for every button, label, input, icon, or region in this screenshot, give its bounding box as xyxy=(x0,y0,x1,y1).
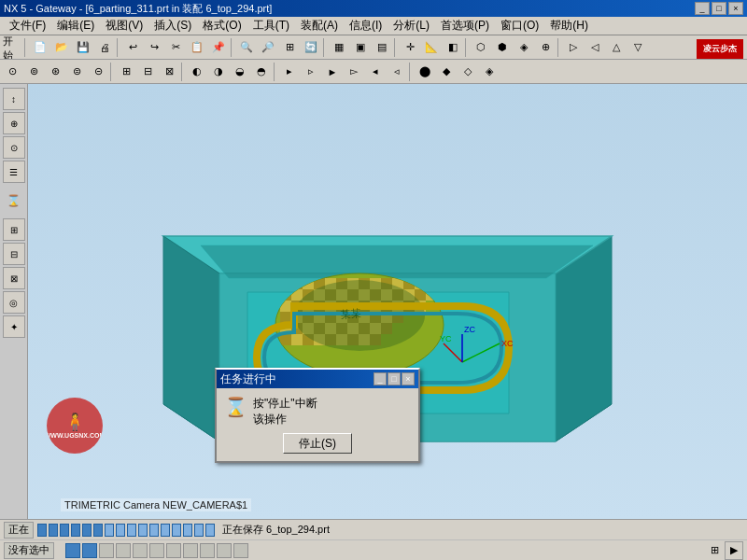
separator-6 xyxy=(465,38,469,57)
minimize-button[interactable]: _ xyxy=(695,2,710,15)
layer-button[interactable]: ◧ xyxy=(443,37,463,58)
menu-format[interactable]: 格式(O) xyxy=(197,17,247,35)
redo-button[interactable]: ↪ xyxy=(144,37,164,58)
menu-insert[interactable]: 插入(S) xyxy=(148,17,197,35)
hidden-line-button[interactable]: ▤ xyxy=(372,37,392,58)
menu-tools[interactable]: 工具(T) xyxy=(247,17,295,35)
extra-btn4[interactable]: ⊕ xyxy=(535,37,556,58)
prog-block-10 xyxy=(138,524,148,537)
tb2-btn6[interactable]: ⊞ xyxy=(116,62,136,82)
menu-info[interactable]: 信息(I) xyxy=(344,17,388,35)
extra-btn8[interactable]: ▽ xyxy=(627,37,648,58)
menu-analysis[interactable]: 分析(L) xyxy=(388,17,435,35)
tb2-btn1[interactable]: ⊙ xyxy=(2,62,22,82)
tb2-btn2[interactable]: ⊚ xyxy=(23,62,44,82)
prog-block-8 xyxy=(116,524,125,537)
zoom-in-button[interactable]: 🔍 xyxy=(236,37,257,58)
menu-file[interactable]: 文件(F) xyxy=(4,17,51,35)
measure-button[interactable]: 📐 xyxy=(421,37,442,58)
wireframe-button[interactable]: ▦ xyxy=(329,37,349,58)
prog-block-3 xyxy=(60,524,69,537)
rotate-button[interactable]: 🔄 xyxy=(301,37,321,58)
new-button[interactable]: 📄 xyxy=(30,37,50,58)
tb2-btn8[interactable]: ⊠ xyxy=(159,62,179,82)
tb2-btn13[interactable]: ▸ xyxy=(279,62,300,82)
menu-edit[interactable]: 编辑(E) xyxy=(51,17,100,35)
paste-button[interactable]: 📌 xyxy=(208,37,229,58)
close-button[interactable]: × xyxy=(728,2,743,15)
prog-block-6 xyxy=(93,524,103,537)
open-button[interactable]: 📂 xyxy=(51,37,72,58)
menu-help[interactable]: 帮助(H) xyxy=(544,17,594,35)
extra-btn1[interactable]: ⬡ xyxy=(471,37,491,58)
sidebar-btn2[interactable]: ⊕ xyxy=(3,112,25,134)
stop-button[interactable]: 停止(S) xyxy=(283,433,352,454)
dialog-restore-button[interactable]: □ xyxy=(388,372,401,385)
tb2-btn16[interactable]: ▻ xyxy=(344,62,364,82)
menu-assembly[interactable]: 装配(A) xyxy=(295,17,344,35)
tb2-btn4[interactable]: ⊜ xyxy=(66,62,87,82)
menu-view[interactable]: 视图(V) xyxy=(100,17,148,35)
separator-2 xyxy=(117,38,120,57)
dialog-close-button[interactable]: × xyxy=(402,372,415,385)
undo-button[interactable]: ↩ xyxy=(122,37,143,58)
dialog-title-bar[interactable]: 任务进行中 _ □ × xyxy=(217,370,418,388)
start-button[interactable]: ▶ 开始 ▼ xyxy=(2,37,22,58)
tb2-btn11[interactable]: ◒ xyxy=(230,62,250,82)
copy-button[interactable]: 📋 xyxy=(187,37,207,58)
tb2-btn7[interactable]: ⊟ xyxy=(137,62,158,82)
tb2-btn19[interactable]: ⬤ xyxy=(415,62,435,82)
indicator-1 xyxy=(65,543,80,558)
tb2-btn17[interactable]: ◂ xyxy=(365,62,386,82)
print-button[interactable]: 🖨 xyxy=(94,37,115,58)
sidebar-btn7[interactable]: ⊠ xyxy=(3,267,25,289)
dialog-minimize-button[interactable]: _ xyxy=(374,372,387,385)
sidebar-btn3[interactable]: ⊙ xyxy=(3,136,25,159)
extra-btn6[interactable]: ◁ xyxy=(585,37,605,58)
indicator-8 xyxy=(183,543,198,558)
viewport[interactable]: XC YC ZC 某某 任务进行中 _ □ × ⌛ xyxy=(28,84,747,519)
tb2-btn10[interactable]: ◑ xyxy=(208,62,229,82)
watermark-person-icon: 🧍 xyxy=(64,413,85,430)
extra-btn5[interactable]: ▷ xyxy=(563,37,584,58)
extra-btn7[interactable]: △ xyxy=(606,37,627,58)
sidebar-btn8[interactable]: ◎ xyxy=(3,291,25,314)
separator-3 xyxy=(231,38,234,57)
extra-btn3[interactable]: ◈ xyxy=(514,37,534,58)
tb2-sep4 xyxy=(409,63,413,81)
restore-button[interactable]: □ xyxy=(712,2,726,15)
sidebar-btn6[interactable]: ⊟ xyxy=(3,243,25,265)
indicator-7 xyxy=(166,543,181,558)
tb2-btn21[interactable]: ◇ xyxy=(458,62,478,82)
left-sidebar: ↕ ⊕ ⊙ ☰ ⌛ ⊞ ⊟ ⊠ ◎ ✦ xyxy=(0,84,28,519)
sidebar-btn4[interactable]: ☰ xyxy=(3,161,25,183)
extra-btn2[interactable]: ⬢ xyxy=(492,37,513,58)
tb2-btn5[interactable]: ⊝ xyxy=(88,62,108,82)
tb2-btn15[interactable]: ► xyxy=(322,62,343,82)
menu-preferences[interactable]: 首选项(P) xyxy=(435,17,495,35)
tb2-btn14[interactable]: ▹ xyxy=(301,62,321,82)
status-left: 正在 xyxy=(4,522,34,539)
menu-window[interactable]: 窗口(O) xyxy=(495,17,544,35)
title-buttons: _ □ × xyxy=(695,2,743,15)
save-button[interactable]: 💾 xyxy=(73,37,93,58)
tb2-btn3[interactable]: ⊛ xyxy=(45,62,65,82)
prog-block-11 xyxy=(149,524,159,537)
separator-7 xyxy=(557,38,561,57)
tb2-btn9[interactable]: ◐ xyxy=(187,62,207,82)
zoom-out-button[interactable]: 🔎 xyxy=(258,37,278,58)
dialog-body: ⌛ 按"停止"中断 该操作 停止(S) xyxy=(217,388,418,461)
tb2-btn20[interactable]: ◆ xyxy=(436,62,457,82)
snap-button[interactable]: ✛ xyxy=(400,37,420,58)
svg-text:XC: XC xyxy=(501,339,514,348)
sidebar-btn5[interactable]: ⊞ xyxy=(3,218,25,241)
fit-button[interactable]: ⊞ xyxy=(279,37,300,58)
sidebar-btn9[interactable]: ✦ xyxy=(3,315,25,338)
shaded-button[interactable]: ▣ xyxy=(350,37,371,58)
cut-button[interactable]: ✂ xyxy=(165,37,186,58)
tb2-btn22[interactable]: ◈ xyxy=(479,62,500,82)
sidebar-btn1[interactable]: ↕ xyxy=(3,88,25,110)
tb2-btn18[interactable]: ◃ xyxy=(387,62,407,82)
tb2-btn12[interactable]: ◓ xyxy=(251,62,272,82)
tb2-sep1 xyxy=(110,63,114,81)
